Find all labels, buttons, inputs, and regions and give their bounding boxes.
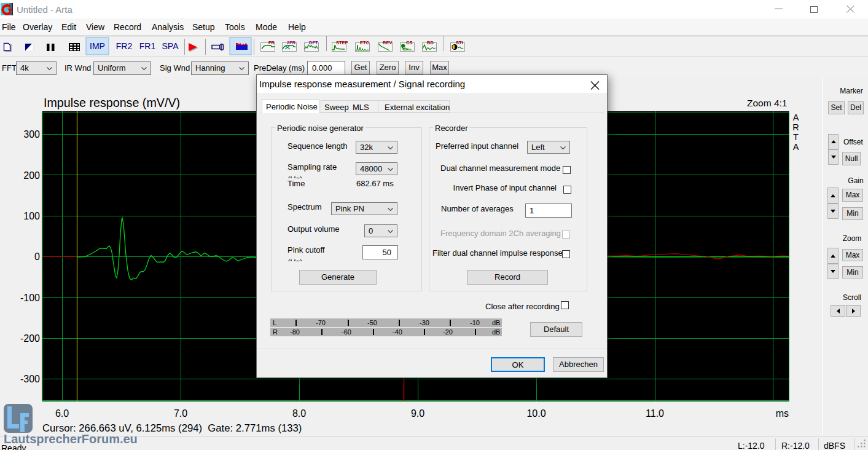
svg-text:ETC: ETC bbox=[360, 40, 370, 45]
svg-text:REV: REV bbox=[383, 40, 392, 45]
svg-text:IMP: IMP bbox=[90, 41, 105, 51]
svg-text:STEP: STEP bbox=[336, 40, 348, 45]
svg-text:FR: FR bbox=[268, 40, 275, 45]
svg-text:BD: BD bbox=[427, 40, 434, 45]
svg-text:SPA: SPA bbox=[162, 41, 179, 51]
svg-text:DFT: DFT bbox=[309, 40, 318, 45]
svg-text:2FR: 2FR bbox=[287, 40, 296, 45]
svg-text:CS: CS bbox=[406, 40, 412, 45]
svg-text:STI: STI bbox=[456, 40, 463, 45]
svg-text:FR2: FR2 bbox=[116, 41, 133, 51]
svg-text:FR1: FR1 bbox=[139, 41, 156, 51]
